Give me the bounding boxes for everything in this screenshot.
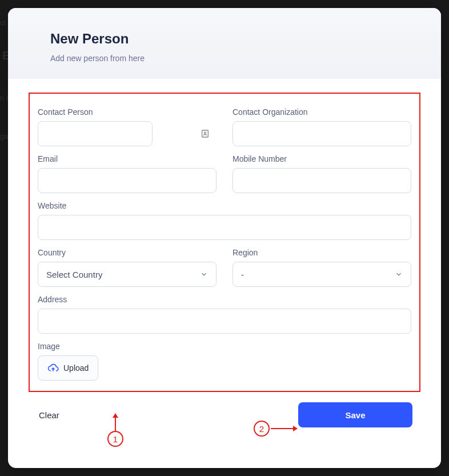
modal-body: Contact Person Contact Organization [8,79,441,445]
address-label: Address [38,295,411,304]
mobile-number-label: Mobile Number [232,154,411,163]
address-input[interactable] [38,309,411,334]
modal-header: New Person Add new person from here [8,8,441,79]
chevron-down-icon [200,270,208,278]
contact-person-input[interactable] [38,121,153,146]
region-select[interactable]: - [232,262,411,287]
upload-button[interactable]: Upload [38,355,98,381]
region-label: Region [232,248,411,257]
backdrop-fragment: n l [0,94,8,102]
cloud-upload-icon [47,362,59,374]
svg-rect-0 [202,130,209,137]
modal-title: New Person [50,31,399,47]
region-selected-value: - [241,270,244,279]
upload-button-label: Upload [63,363,89,373]
clear-button[interactable]: Clear [37,406,62,425]
new-person-modal: New Person Add new person from here Cont… [8,8,441,468]
svg-point-1 [205,132,206,134]
country-label: Country [38,248,217,257]
contact-organization-label: Contact Organization [232,107,411,117]
email-label: Email [38,154,217,163]
website-label: Website [38,201,411,210]
backdrop-fragment: ga [0,132,8,141]
email-input[interactable] [38,168,217,193]
mobile-number-input[interactable] [232,168,411,193]
modal-subtitle: Add new person from here [50,54,399,63]
chevron-down-icon [395,270,403,278]
image-label: Image [38,342,411,351]
country-select[interactable]: Select Country [38,262,217,287]
save-button[interactable]: Save [298,402,412,427]
form-area-highlight: Contact Person Contact Organization [29,93,420,392]
country-selected-value: Select Country [46,270,102,279]
contact-card-icon [201,129,210,138]
backdrop-fragment: ct [0,18,6,27]
contact-organization-input[interactable] [232,121,411,146]
contact-person-label: Contact Person [38,107,217,117]
modal-footer: Clear Save [29,392,420,427]
website-input[interactable] [38,215,411,240]
